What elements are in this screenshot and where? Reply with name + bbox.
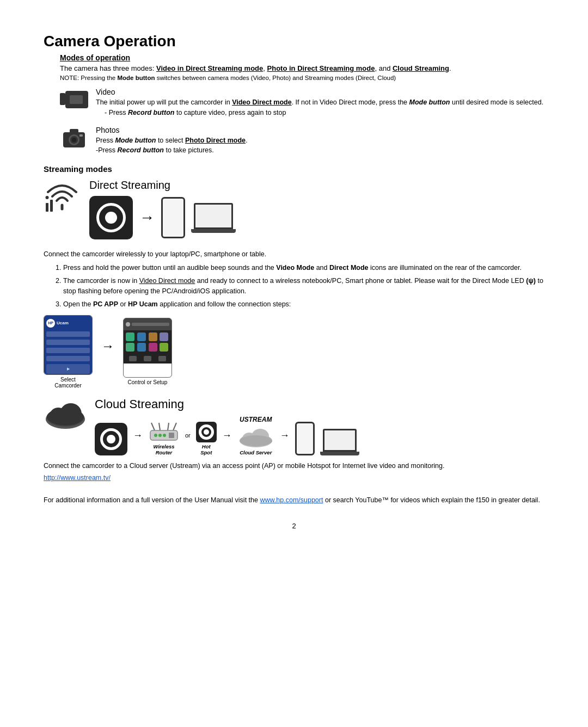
cam-diagram-col xyxy=(95,423,127,455)
svg-line-23 xyxy=(173,423,176,430)
svg-point-19 xyxy=(60,403,81,422)
direct-connect-desc: Connect the camcorder wirelessly to your… xyxy=(44,249,544,260)
app-logo-text: Ucam xyxy=(57,321,69,325)
streaming-section: Streaming modes Direct Streaming xyxy=(44,164,544,482)
icon-sm-6 xyxy=(137,343,146,352)
hp-logo-circle: HP xyxy=(46,319,55,328)
cloud-streaming-block: Cloud Streaming → xyxy=(44,397,544,455)
direct-steps-list: Press and hold the power button until an… xyxy=(63,263,544,310)
direct-streaming-label: Direct Streaming xyxy=(89,179,235,192)
cam-inner-ring xyxy=(96,203,126,232)
icon-sm-1 xyxy=(126,332,134,341)
app-bottom-bar xyxy=(124,354,171,364)
laptop-diagram xyxy=(192,203,235,233)
photos-title: Photos xyxy=(96,126,248,134)
svg-point-25 xyxy=(154,434,157,437)
step-2: The camcorder is now in Video Direct mod… xyxy=(63,276,544,297)
page-title: Camera Operation xyxy=(44,33,544,50)
cloud-diagram: → xyxy=(95,416,362,455)
status-dot xyxy=(126,322,130,326)
end-phone xyxy=(295,422,315,455)
modes-heading: Modes of operation xyxy=(60,53,544,62)
svg-rect-2 xyxy=(70,95,83,104)
svg-point-27 xyxy=(163,434,166,437)
svg-line-20 xyxy=(151,423,155,430)
app-icons-grid xyxy=(124,330,171,354)
cloud-streaming-content: Cloud Streaming → xyxy=(95,397,362,455)
app-screen-2 xyxy=(123,318,172,378)
modes-note: NOTE: Pressing the Mode button switches … xyxy=(60,75,544,81)
hotspot-center xyxy=(204,429,209,435)
app-screen-blue: HP Ucam ▶ xyxy=(44,316,92,375)
cloud-arrow-2: → xyxy=(222,430,232,441)
photos-mode-text: Photos Press Mode button to select Photo… xyxy=(96,126,248,156)
cloud-icon xyxy=(44,397,87,435)
app-btn: ▶ xyxy=(46,364,90,374)
svg-point-26 xyxy=(158,434,162,437)
top-bar-fill xyxy=(132,323,169,326)
streaming-heading: Streaming modes xyxy=(44,164,544,174)
wifi-icon xyxy=(44,179,81,220)
cloud-arrow-1: → xyxy=(133,430,143,441)
video-icon xyxy=(60,88,88,112)
cloud-arrow-3: → xyxy=(280,430,290,441)
arrow-right-icon: → xyxy=(139,209,155,226)
svg-rect-4 xyxy=(70,129,78,134)
or-text: or xyxy=(185,432,191,439)
icon-sm-5 xyxy=(126,343,134,352)
icon-sm-2 xyxy=(137,332,146,341)
direct-streaming-content: Direct Streaming → xyxy=(89,179,235,244)
hp-support-link[interactable]: www.hp.com/support xyxy=(260,496,323,504)
cloud-streaming-label: Cloud Streaming xyxy=(95,397,362,411)
cloud-server-col: USTREAM Cloud Server xyxy=(237,416,274,455)
app-top-bar xyxy=(124,318,171,330)
step-1: Press and hold the power button until an… xyxy=(63,263,544,273)
app-row-1 xyxy=(46,331,90,337)
end-laptop xyxy=(318,429,362,455)
cloud-cam-center xyxy=(107,435,115,443)
screen1-wrap: HP Ucam ▶ SelectCamcorder xyxy=(44,315,93,389)
bottom-icon-3 xyxy=(158,356,166,361)
ustream-label: USTREAM xyxy=(240,416,272,423)
bottom-icon-2 xyxy=(144,356,151,361)
camera-icon xyxy=(60,126,88,150)
cloud-cam-icon xyxy=(95,423,127,455)
app-screen-dark xyxy=(124,318,171,364)
svg-rect-9 xyxy=(46,203,48,212)
svg-rect-28 xyxy=(169,433,174,438)
cloud-cam-inner xyxy=(100,428,122,450)
icon-sm-4 xyxy=(160,332,168,341)
end-laptop-base xyxy=(320,452,359,455)
photos-mode-item: Photos Press Mode button to select Photo… xyxy=(60,126,544,156)
app-screens-row: HP Ucam ▶ SelectCamcorder → xyxy=(44,315,544,389)
router-col: WirelessRouter xyxy=(148,421,180,455)
direct-streaming-block: Direct Streaming → xyxy=(44,179,544,244)
laptop-screen xyxy=(194,203,233,229)
app-row-4 xyxy=(46,356,90,361)
cloud-connect-desc: Connect the camcorder to a Cloud server … xyxy=(44,461,544,471)
svg-rect-1 xyxy=(60,93,65,105)
svg-rect-8 xyxy=(79,134,83,137)
page-number: 2 xyxy=(44,522,544,530)
video-title: Video xyxy=(96,88,543,96)
icon-sm-3 xyxy=(149,332,157,341)
screen2-label: Control or Setup xyxy=(128,379,168,385)
hotspot-box xyxy=(196,422,217,442)
screen1-label: SelectCamcorder xyxy=(54,377,81,389)
svg-point-7 xyxy=(72,138,76,142)
laptop-base xyxy=(191,229,236,233)
ustream-link[interactable]: http://www.ustream.tv/ xyxy=(44,474,111,482)
screens-arrow: → xyxy=(101,338,114,354)
svg-line-22 xyxy=(168,423,169,430)
app-logo: HP Ucam xyxy=(46,319,90,328)
video-mode-item: Video The initial power up will put the … xyxy=(60,88,544,118)
svg-rect-10 xyxy=(50,200,53,212)
icon-sm-7 xyxy=(149,343,157,352)
app-row-2 xyxy=(46,340,90,345)
end-devices xyxy=(295,422,362,455)
phone-diagram xyxy=(161,197,185,238)
app-btn-text: ▶ xyxy=(67,367,70,371)
footer-text: For additional information and a full ve… xyxy=(44,495,544,506)
cloud-server-label: Cloud Server xyxy=(240,449,272,455)
app-row-3 xyxy=(46,348,90,353)
